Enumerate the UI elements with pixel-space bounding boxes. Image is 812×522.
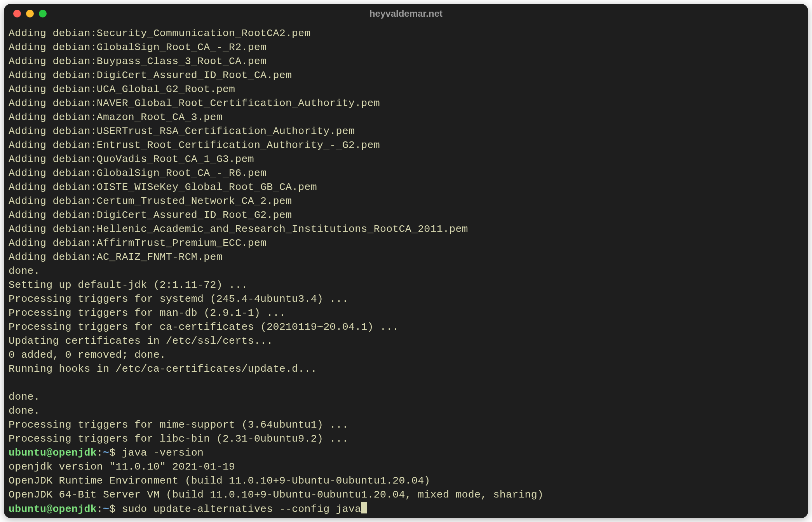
output-line: openjdk version "11.0.10" 2021-01-19 [9, 460, 803, 474]
command-text: sudo update-alternatives --config java [122, 503, 361, 515]
prompt-dollar: $ [109, 503, 122, 515]
prompt-user: ubuntu [9, 503, 46, 515]
output-line: Adding debian:GlobalSign_Root_CA_-_R2.pe… [9, 40, 803, 54]
terminal-window: heyvaldemar.net Adding debian:Security_C… [4, 4, 808, 518]
output-line: Updating certificates in /etc/ssl/certs.… [9, 334, 803, 348]
output-line: Adding debian:AC_RAIZ_FNMT-RCM.pem [9, 250, 803, 264]
output-line: Processing triggers for libc-bin (2.31-0… [9, 432, 803, 446]
titlebar: heyvaldemar.net [4, 4, 808, 23]
output-line: Processing triggers for man-db (2.9.1-1)… [9, 306, 803, 320]
prompt-at: @ [46, 503, 52, 515]
output-line: OpenJDK 64-Bit Server VM (build 11.0.10+… [9, 488, 803, 502]
output-line: Adding debian:OISTE_WISeKey_Global_Root_… [9, 180, 803, 194]
output-line: Processing triggers for mime-support (3.… [9, 418, 803, 432]
output-line: 0 added, 0 removed; done. [9, 348, 803, 362]
prompt-at: @ [46, 447, 52, 459]
zoom-button[interactable] [39, 10, 47, 17]
output-line: Adding debian:DigiCert_Assured_ID_Root_C… [9, 68, 803, 82]
output-line: done. [9, 404, 803, 418]
output-line: Adding debian:USERTrust_RSA_Certificatio… [9, 124, 803, 138]
output-line: Adding debian:UCA_Global_G2_Root.pem [9, 82, 803, 96]
cursor-icon [361, 502, 367, 513]
output-line: done. [9, 264, 803, 278]
prompt-host: openjdk [52, 503, 96, 515]
prompt-colon: : [97, 503, 103, 515]
output-line: Adding debian:Hellenic_Academic_and_Rese… [9, 222, 803, 236]
output-line: done. [9, 390, 803, 404]
output-line: Adding debian:NAVER_Global_Root_Certific… [9, 96, 803, 110]
close-button[interactable] [13, 10, 21, 17]
output-line: Adding debian:QuoVadis_Root_CA_1_G3.pem [9, 152, 803, 166]
output-line: OpenJDK Runtime Environment (build 11.0.… [9, 474, 803, 488]
prompt-path: ~ [103, 503, 109, 515]
prompt-user: ubuntu [9, 447, 46, 459]
command-text: java -version [122, 447, 204, 459]
output-line: Adding debian:Security_Communication_Roo… [9, 26, 803, 40]
output-line: Processing triggers for ca-certificates … [9, 320, 803, 334]
output-line: Adding debian:AffirmTrust_Premium_ECC.pe… [9, 236, 803, 250]
output-line [9, 376, 803, 390]
output-line: Running hooks in /etc/ca-certificates/up… [9, 362, 803, 376]
output-line: Adding debian:Buypass_Class_3_Root_CA.pe… [9, 54, 803, 68]
prompt-dollar: $ [109, 447, 122, 459]
traffic-lights [4, 10, 47, 17]
output-line: Adding debian:Entrust_Root_Certification… [9, 138, 803, 152]
window-title: heyvaldemar.net [4, 8, 808, 19]
output-line: Setting up default-jdk (2:1.11-72) ... [9, 278, 803, 292]
output-line: Adding debian:GlobalSign_Root_CA_-_R6.pe… [9, 166, 803, 180]
output-line: Adding debian:DigiCert_Assured_ID_Root_G… [9, 208, 803, 222]
prompt-line: ubuntu@openjdk:~$ sudo update-alternativ… [9, 502, 803, 516]
output-line: Adding debian:Amazon_Root_CA_3.pem [9, 110, 803, 124]
output-line: Adding debian:Certum_Trusted_Network_CA_… [9, 194, 803, 208]
minimize-button[interactable] [26, 10, 34, 17]
prompt-host: openjdk [52, 447, 96, 459]
prompt-path: ~ [103, 447, 109, 459]
terminal-body[interactable]: Adding debian:Security_Communication_Roo… [4, 23, 808, 518]
output-line: Processing triggers for systemd (245.4-4… [9, 292, 803, 306]
prompt-line: ubuntu@openjdk:~$ java -version [9, 446, 803, 460]
prompt-colon: : [97, 447, 103, 459]
